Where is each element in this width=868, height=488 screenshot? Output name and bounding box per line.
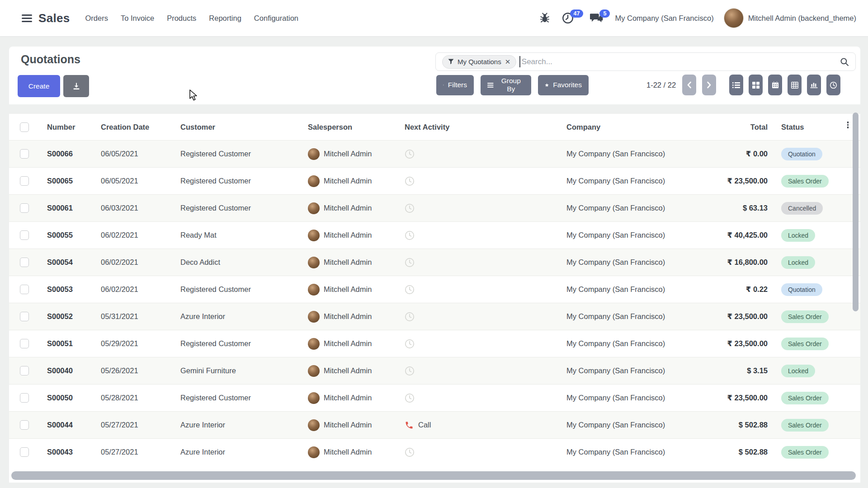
quotation-row[interactable]: S00040 05/26/2021 Gemini Furniture Mitch… [9,357,860,384]
header-next-activity[interactable]: Next Activity [405,123,566,131]
row-creation-date[interactable]: 06/02/2021 [101,285,180,294]
row-customer[interactable]: Registered Customer [180,285,308,294]
row-salesperson[interactable]: Mitchell Admin [308,257,405,268]
user-menu[interactable]: Mitchell Admin (backend_theme) [748,14,856,23]
row-total[interactable]: ₹ 23,500.00 [693,339,769,348]
calendar-view-button[interactable] [768,75,782,95]
create-button[interactable]: Create [18,75,60,97]
row-total[interactable]: ₹ 0.22 [693,285,769,294]
row-salesperson[interactable]: Mitchell Admin [308,338,405,350]
menu-to-invoice[interactable]: To Invoice [121,14,154,23]
row-total[interactable]: ₹ 16,800.00 [693,258,769,267]
quotation-row[interactable]: S00061 06/03/2021 Registered Customer Mi… [9,194,860,221]
export-button[interactable] [63,75,89,97]
quotation-row[interactable]: S00051 05/29/2021 Registered Customer Mi… [9,330,860,357]
row-company[interactable]: My Company (San Francisco) [566,394,693,402]
row-total[interactable]: ₹ 40,425.00 [693,231,769,239]
row-checkbox[interactable] [20,339,29,348]
row-next-activity[interactable] [405,285,566,295]
row-total[interactable]: $ 502.88 [693,448,769,456]
row-customer[interactable]: Azure Interior [180,312,308,321]
apps-menu-icon[interactable] [22,14,32,22]
row-next-activity[interactable] [405,447,566,457]
row-next-activity[interactable] [405,176,566,186]
row-total[interactable]: $ 502.88 [693,421,769,429]
search-input[interactable] [520,57,840,66]
row-customer[interactable]: Azure Interior [180,448,308,456]
row-total[interactable]: ₹ 23,500.00 [693,394,769,402]
row-company[interactable]: My Company (San Francisco) [566,258,693,267]
row-number[interactable]: S00061 [47,204,101,212]
kanban-view-button[interactable] [749,75,763,95]
row-creation-date[interactable]: 05/27/2021 [101,448,180,456]
row-customer[interactable]: Registered Customer [180,394,308,402]
row-company[interactable]: My Company (San Francisco) [566,150,693,158]
row-number[interactable]: S00044 [47,421,101,429]
row-number[interactable]: S00053 [47,285,101,294]
row-next-activity[interactable] [405,366,566,376]
row-next-activity[interactable] [405,312,566,322]
horizontal-scrollbar[interactable] [11,471,856,480]
graph-view-button[interactable] [807,75,821,95]
row-creation-date[interactable]: 05/27/2021 [101,421,180,429]
row-creation-date[interactable]: 05/28/2021 [101,394,180,402]
vertical-scrollbar[interactable] [853,113,859,311]
row-total[interactable]: $ 3.15 [693,366,769,375]
messages-systray-icon[interactable]: 5 [590,12,614,24]
row-next-activity[interactable] [405,393,566,403]
row-salesperson[interactable]: Mitchell Admin [308,365,405,377]
row-number[interactable]: S00051 [47,339,101,348]
row-total[interactable]: $ 63.13 [693,204,769,212]
row-checkbox[interactable] [20,203,29,213]
row-customer[interactable]: Registered Customer [180,339,308,348]
menu-products[interactable]: Products [167,14,196,23]
row-company[interactable]: My Company (San Francisco) [566,231,693,239]
row-salesperson[interactable]: Mitchell Admin [308,446,405,458]
quotation-row[interactable]: S00053 06/02/2021 Registered Customer Mi… [9,276,860,303]
row-number[interactable]: S00043 [47,448,101,456]
row-next-activity[interactable] [405,230,566,240]
row-customer[interactable]: Registered Customer [180,204,308,212]
row-number[interactable]: S00040 [47,366,101,375]
select-all-checkbox[interactable] [20,122,29,132]
header-company[interactable]: Company [566,123,693,131]
optional-columns-icon[interactable] [847,122,849,128]
row-number[interactable]: S00054 [47,258,101,267]
row-customer[interactable]: Deco Addict [180,258,308,267]
row-checkbox[interactable] [20,420,29,430]
quotation-row[interactable]: S00055 06/02/2021 Ready Mat Mitchell Adm… [9,221,860,249]
quotation-row[interactable]: S00044 05/27/2021 Azure Interior Mitchel… [9,411,860,438]
row-customer[interactable]: Registered Customer [180,177,308,185]
row-company[interactable]: My Company (San Francisco) [566,448,693,456]
header-creation-date[interactable]: Creation Date [101,123,180,131]
row-salesperson[interactable]: Mitchell Admin [308,148,405,160]
row-salesperson[interactable]: Mitchell Admin [308,392,405,404]
row-next-activity[interactable]: Call [405,421,566,430]
row-checkbox[interactable] [20,285,29,294]
row-creation-date[interactable]: 05/26/2021 [101,366,180,375]
row-creation-date[interactable]: 06/02/2021 [101,258,180,267]
row-checkbox[interactable] [20,149,29,159]
row-checkbox[interactable] [20,312,29,321]
row-salesperson[interactable]: Mitchell Admin [308,419,405,431]
row-salesperson[interactable]: Mitchell Admin [308,284,405,296]
filter-chip-my-quotations[interactable]: My Quotations ✕ [442,55,516,69]
row-number[interactable]: S00055 [47,231,101,239]
row-total[interactable]: ₹ 23,500.00 [693,177,769,185]
row-company[interactable]: My Company (San Francisco) [566,204,693,212]
row-company[interactable]: My Company (San Francisco) [566,177,693,185]
bug-icon[interactable] [539,12,551,24]
app-title[interactable]: Sales [38,11,70,25]
row-checkbox[interactable] [20,393,29,403]
search-bar[interactable]: My Quotations ✕ [435,52,856,71]
list-view-button[interactable] [729,75,743,95]
quotation-row[interactable]: S00054 06/02/2021 Deco Addict Mitchell A… [9,249,860,276]
group-by-button[interactable]: Group By [481,75,531,95]
row-company[interactable]: My Company (San Francisco) [566,339,693,348]
row-checkbox[interactable] [20,447,29,457]
row-company[interactable]: My Company (San Francisco) [566,312,693,321]
row-number[interactable]: S00066 [47,150,101,158]
row-salesperson[interactable]: Mitchell Admin [308,202,405,214]
row-creation-date[interactable]: 06/02/2021 [101,231,180,239]
row-number[interactable]: S00050 [47,394,101,402]
